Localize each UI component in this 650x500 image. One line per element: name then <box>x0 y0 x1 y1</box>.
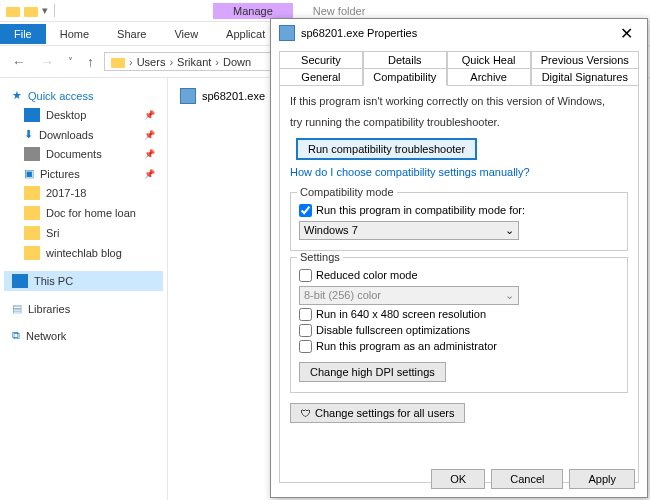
checkbox-label: Reduced color mode <box>316 269 418 281</box>
dialog-titlebar[interactable]: sp68201.exe Properties ✕ <box>271 19 647 47</box>
sidebar-documents[interactable]: Documents📌 <box>4 144 163 164</box>
monitor-icon <box>12 274 28 288</box>
tab-strip: Security Details Quick Heal Previous Ver… <box>271 47 647 85</box>
tab-panel-compatibility: If this program isn't working correctly … <box>279 85 639 483</box>
cancel-button[interactable]: Cancel <box>491 469 563 489</box>
sidebar-item-label: Sri <box>46 227 59 239</box>
sidebar-network[interactable]: ⧉Network <box>4 326 163 345</box>
sidebar-item-label: Quick access <box>28 90 93 102</box>
close-button[interactable]: ✕ <box>614 24 639 43</box>
sidebar-desktop[interactable]: Desktop📌 <box>4 105 163 125</box>
exe-icon <box>279 25 295 41</box>
ribbon-home[interactable]: Home <box>46 24 103 44</box>
ribbon-file[interactable]: File <box>0 24 46 44</box>
sidebar-item-label: wintechlab blog <box>46 247 122 259</box>
compat-mode-checkbox[interactable]: Run this program in compatibility mode f… <box>299 204 619 217</box>
network-icon: ⧉ <box>12 329 20 342</box>
sidebar-item-label: Documents <box>46 148 102 160</box>
sidebar-pictures[interactable]: ▣Pictures📌 <box>4 164 163 183</box>
download-icon: ⬇ <box>24 128 33 141</box>
change-all-users-button[interactable]: Change settings for all users <box>290 403 465 423</box>
run-as-admin-checkbox[interactable]: Run this program as an administrator <box>299 340 619 353</box>
sidebar-this-pc[interactable]: This PC <box>4 271 163 291</box>
chevron-down-icon: ⌄ <box>505 289 514 302</box>
tab-previous-versions[interactable]: Previous Versions <box>531 51 639 69</box>
sidebar-item-label: Desktop <box>46 109 86 121</box>
compatibility-mode-group: Compatibility mode Run this program in c… <box>290 192 628 251</box>
exe-icon <box>180 88 196 104</box>
ribbon-view[interactable]: View <box>160 24 212 44</box>
contextual-tab-manage[interactable]: Manage <box>213 3 293 19</box>
reduced-color-checkbox[interactable]: Reduced color mode <box>299 269 619 282</box>
sidebar-quick-access[interactable]: ★Quick access <box>4 86 163 105</box>
qat-overflow[interactable]: ▾ <box>42 4 48 17</box>
dialog-buttons: OK Cancel Apply <box>431 469 635 489</box>
tab-security[interactable]: Security <box>279 51 363 69</box>
folder-icon[interactable] <box>24 7 38 17</box>
apply-button[interactable]: Apply <box>569 469 635 489</box>
disable-fullscreen-checkbox[interactable]: Disable fullscreen optimizations <box>299 324 619 337</box>
sidebar-item-label: Libraries <box>28 303 70 315</box>
sidebar-libraries[interactable]: ▤Libraries <box>4 299 163 318</box>
select-value: Windows 7 <box>304 224 358 236</box>
tab-digital-signatures[interactable]: Digital Signatures <box>531 68 639 86</box>
tab-archive[interactable]: Archive <box>447 68 531 86</box>
checkbox-input[interactable] <box>299 324 312 337</box>
settings-group: Settings Reduced color mode 8-bit (256) … <box>290 257 628 393</box>
checkbox-input[interactable] <box>299 308 312 321</box>
tab-compatibility[interactable]: Compatibility <box>363 68 447 86</box>
sidebar-item-label: Doc for home loan <box>46 207 136 219</box>
chevron-down-icon: ⌄ <box>505 224 514 237</box>
folder-icon[interactable] <box>6 7 20 17</box>
sidebar-item[interactable]: Sri <box>4 223 163 243</box>
forward-button[interactable]: → <box>36 52 58 72</box>
chevron-icon: › <box>129 56 133 68</box>
folder-icon <box>111 58 125 68</box>
folder-icon <box>24 186 40 200</box>
folder-icon <box>24 246 40 260</box>
dialog-title: sp68201.exe Properties <box>301 27 417 39</box>
help-text: try running the compatibility troublesho… <box>290 115 628 130</box>
pin-icon: 📌 <box>144 169 155 179</box>
back-button[interactable]: ← <box>8 52 30 72</box>
file-name: sp68201.exe <box>202 90 265 102</box>
sidebar-item[interactable]: 2017-18 <box>4 183 163 203</box>
pin-icon: 📌 <box>144 110 155 120</box>
libraries-icon: ▤ <box>12 302 22 315</box>
pin-icon: 📌 <box>144 130 155 140</box>
sidebar-item[interactable]: Doc for home loan <box>4 203 163 223</box>
chevron-icon: › <box>215 56 219 68</box>
quick-access-toolbar: ▾ <box>0 4 63 17</box>
ok-button[interactable]: OK <box>431 469 485 489</box>
compat-os-select[interactable]: Windows 7 ⌄ <box>299 221 519 240</box>
help-text: If this program isn't working correctly … <box>290 94 628 109</box>
group-title: Settings <box>297 251 343 263</box>
sidebar-item[interactable]: wintechlab blog <box>4 243 163 263</box>
checkbox-label: Run this program in compatibility mode f… <box>316 204 525 216</box>
select-value: 8-bit (256) color <box>304 289 381 301</box>
sidebar-item-label: This PC <box>34 275 73 287</box>
breadcrumb-item[interactable]: Srikant <box>177 56 211 68</box>
checkbox-input[interactable] <box>299 269 312 282</box>
checkbox-label: Run this program as an administrator <box>316 340 497 352</box>
checkbox-label: Disable fullscreen optimizations <box>316 324 470 336</box>
change-dpi-button[interactable]: Change high DPI settings <box>299 362 446 382</box>
help-link[interactable]: How do I choose compatibility settings m… <box>290 166 530 178</box>
tab-general[interactable]: General <box>279 68 363 86</box>
low-res-checkbox[interactable]: Run in 640 x 480 screen resolution <box>299 308 619 321</box>
tab-quickheal[interactable]: Quick Heal <box>447 51 531 69</box>
sidebar-item-label: Downloads <box>39 129 93 141</box>
pictures-icon: ▣ <box>24 167 34 180</box>
checkbox-input[interactable] <box>299 204 312 217</box>
breadcrumb-item[interactable]: Users <box>137 56 166 68</box>
checkbox-input[interactable] <box>299 340 312 353</box>
sidebar: ★Quick access Desktop📌 ⬇Downloads📌 Docum… <box>0 78 168 500</box>
tab-details[interactable]: Details <box>363 51 447 69</box>
window-title: New folder <box>293 3 386 19</box>
run-troubleshooter-button[interactable]: Run compatibility troubleshooter <box>296 138 477 160</box>
up-button[interactable]: ↑ <box>83 52 98 72</box>
sidebar-downloads[interactable]: ⬇Downloads📌 <box>4 125 163 144</box>
breadcrumb-item[interactable]: Down <box>223 56 251 68</box>
ribbon-share[interactable]: Share <box>103 24 160 44</box>
history-dropdown[interactable]: ˅ <box>64 54 77 69</box>
